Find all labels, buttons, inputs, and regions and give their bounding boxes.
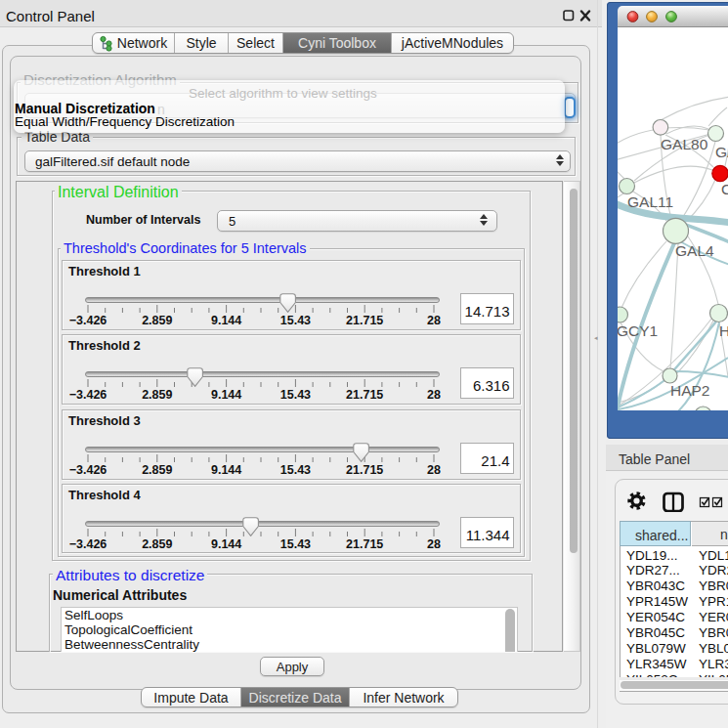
svg-text:GAL4: GAL4 [675,242,714,259]
svg-text:28: 28 [427,537,441,551]
svg-text:HAP2: HAP2 [670,382,710,399]
svg-text:−3.426: −3.426 [69,463,107,477]
svg-text:9.144: 9.144 [211,463,241,477]
svg-text:15.43: 15.43 [280,537,311,551]
svg-text:28: 28 [427,314,441,327]
svg-text:21.715: 21.715 [346,537,383,551]
svg-text:−3.426: −3.426 [69,314,107,327]
svg-text:9.144: 9.144 [211,314,241,327]
svg-text:2.859: 2.859 [142,463,172,477]
svg-text:21.715: 21.715 [346,388,383,402]
svg-text:−3.426: −3.426 [69,537,107,551]
svg-text:GAL: GAL [715,144,728,160]
svg-text:2.859: 2.859 [142,388,172,402]
svg-text:2.859: 2.859 [142,537,172,551]
svg-text:15.43: 15.43 [280,463,311,477]
svg-text:−3.426: −3.426 [69,388,107,402]
svg-text:GAL11: GAL11 [627,193,673,210]
svg-text:9.144: 9.144 [211,388,241,402]
svg-text:9.144: 9.144 [211,537,241,551]
svg-text:15.43: 15.43 [280,388,311,402]
svg-text:2.859: 2.859 [142,314,172,327]
svg-text:28: 28 [427,388,441,402]
svg-text:15.43: 15.43 [280,314,311,327]
svg-text:21.715: 21.715 [346,314,383,327]
svg-text:GCY1: GCY1 [618,322,658,339]
svg-text:28: 28 [427,463,441,477]
svg-text:CY: CY [721,181,728,197]
svg-text:HA: HA [719,322,728,339]
svg-text:21.715: 21.715 [346,463,383,477]
svg-text:GAL80: GAL80 [661,135,708,151]
